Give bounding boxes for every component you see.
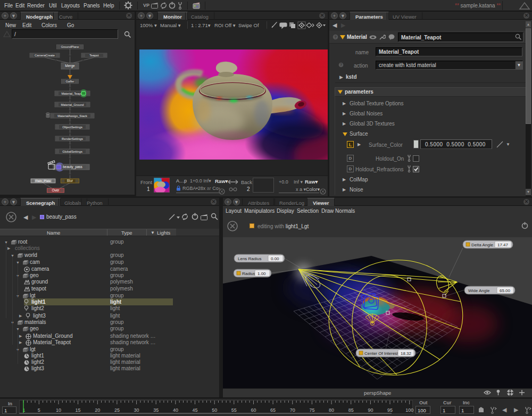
svg-text:Blur: Blur	[67, 179, 73, 182]
svg-text:Wide Angle: Wide Angle	[468, 288, 490, 293]
svg-text:40: 40	[173, 407, 178, 413]
svg-text:GlobalSettings: GlobalSettings	[62, 150, 82, 153]
svg-text:MaterialAssign_Stack: MaterialAssign_Stack	[57, 114, 87, 118]
svg-text:?: ?	[340, 63, 342, 66]
svg-text:70: 70	[290, 407, 295, 413]
svg-text:Lens Radius: Lens Radius	[238, 256, 261, 261]
svg-text:Material_Ground: Material_Ground	[61, 103, 84, 106]
svg-text:45: 45	[192, 407, 197, 413]
svg-text:0.00: 0.00	[271, 256, 279, 261]
svg-text:60: 60	[251, 407, 256, 413]
svg-text:1: 1	[22, 407, 25, 413]
svg-text:ObjectSettings: ObjectSettings	[62, 126, 82, 129]
svg-text:Merge: Merge	[65, 64, 75, 68]
svg-text:65: 65	[270, 407, 276, 413]
svg-text:Center Of Interest: Center Of Interest	[364, 351, 398, 356]
svg-text:35: 35	[153, 407, 159, 413]
svg-text:Flaln_Plate: Flaln_Plate	[35, 179, 51, 182]
svg-text:beauty_pass: beauty_pass	[63, 165, 83, 169]
svg-text:Delta Angle: Delta Angle	[471, 243, 493, 247]
svg-text:Over: Over	[52, 188, 60, 192]
svg-text:Teapot: Teapot	[89, 54, 99, 57]
svg-text:20: 20	[95, 407, 100, 413]
svg-text:50: 50	[212, 407, 217, 413]
svg-text:5: 5	[38, 407, 40, 413]
svg-text:18.32: 18.32	[401, 351, 412, 356]
svg-text:90: 90	[368, 407, 373, 413]
svg-text:30: 30	[134, 407, 139, 413]
svg-text:75: 75	[309, 407, 314, 413]
svg-text:25: 25	[114, 407, 120, 413]
svg-text:10: 10	[56, 407, 61, 413]
svg-text:CameraCreate: CameraCreate	[35, 54, 55, 57]
svg-text:1.00: 1.00	[257, 271, 266, 276]
svg-text:15: 15	[76, 407, 81, 413]
svg-text:Material_Teapot: Material_Teapot	[61, 92, 84, 95]
svg-text:17.47: 17.47	[497, 243, 509, 247]
svg-text:65.00: 65.00	[500, 288, 511, 293]
svg-text:GroundPlane: GroundPlane	[61, 45, 79, 48]
svg-text:Radius: Radius	[242, 271, 255, 276]
svg-text:80: 80	[329, 407, 334, 413]
svg-text:85: 85	[348, 407, 354, 413]
svg-text:?: ?	[334, 35, 337, 39]
svg-text:RenderSettings: RenderSettings	[62, 137, 83, 140]
svg-text:95: 95	[387, 407, 393, 413]
svg-text:55: 55	[231, 407, 237, 413]
svg-text:100: 100	[405, 407, 413, 413]
svg-text:Gaffer: Gaffer	[65, 80, 74, 83]
